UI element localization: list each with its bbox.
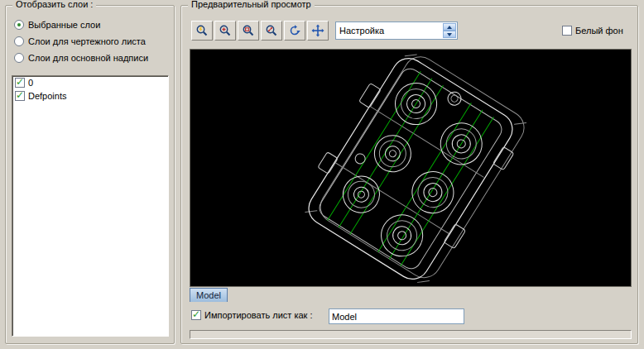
rotate-view-button[interactable] <box>284 21 305 41</box>
preview-group: Предварительный просмотр <box>180 5 638 344</box>
zoom-window-button[interactable] <box>238 21 259 41</box>
zoom-extents-button[interactable] <box>261 21 282 41</box>
import-dialog: { "left_panel": { "title": "Отобразить с… <box>0 0 644 349</box>
white-background-checkbox[interactable] <box>562 26 572 36</box>
zoom-dynamic-icon <box>195 24 209 37</box>
white-background-option[interactable]: Белый фон <box>562 26 623 36</box>
import-sheet-as-label: Импортировать лист как : <box>204 310 313 320</box>
progress-bar <box>190 330 632 339</box>
import-sheet-as-option[interactable]: Импортировать лист как : <box>191 310 313 320</box>
tab-model-label: Model <box>196 290 221 300</box>
rotate-icon <box>288 24 301 37</box>
radio-drawing-sheet-layers-label: Слои для чертежного листа <box>28 36 146 46</box>
radio-title-block-layers-circle[interactable] <box>14 53 24 63</box>
radio-drawing-sheet-layers[interactable]: Слои для чертежного листа <box>14 36 146 47</box>
sheet-name-input[interactable] <box>329 308 464 324</box>
preview-canvas[interactable] <box>190 49 632 287</box>
zoom-extents-icon <box>265 24 278 37</box>
zoom-in-icon <box>219 24 232 37</box>
spinner-up-button[interactable] <box>443 23 456 31</box>
preview-wireframe <box>190 50 631 286</box>
pan-icon <box>311 24 324 37</box>
view-settings-combo[interactable]: Настройка <box>335 22 458 40</box>
radio-drawing-sheet-layers-circle[interactable] <box>14 36 24 46</box>
preview-toolbar <box>191 21 329 41</box>
layer-defpoints-checkbox[interactable] <box>15 91 25 101</box>
preview-group-title: Предварительный просмотр <box>188 0 315 9</box>
tab-model[interactable]: Model <box>190 288 228 302</box>
radio-title-block-layers[interactable]: Слои для основной надписи <box>14 52 148 64</box>
layer-0-label: 0 <box>28 78 33 88</box>
pan-view-button[interactable] <box>307 21 329 41</box>
view-settings-combo-spinner[interactable] <box>443 23 456 38</box>
white-background-label: Белый фон <box>575 26 623 36</box>
zoom-in-button[interactable] <box>214 21 236 41</box>
zoom-dynamic-button[interactable] <box>191 21 213 41</box>
layer-0-checkbox[interactable] <box>15 78 25 88</box>
layer-list[interactable]: 0 Defpoints <box>12 75 169 337</box>
radio-title-block-layers-label: Слои для основной надписи <box>28 53 148 63</box>
radio-selected-layers-circle[interactable] <box>14 20 24 30</box>
layer-defpoints-label: Defpoints <box>28 91 66 101</box>
layer-list-item-1[interactable]: Defpoints <box>12 89 168 103</box>
import-sheet-as-checkbox[interactable] <box>191 310 201 320</box>
display-layers-group-title: Отобразить слои : <box>12 0 96 9</box>
zoom-window-icon <box>242 24 255 37</box>
chevron-up-icon <box>447 26 452 29</box>
radio-selected-layers-label: Выбранные слои <box>28 20 100 30</box>
display-layers-group: Отобразить слои : Выбранные слои Слои дл… <box>5 5 175 344</box>
radio-selected-layers[interactable]: Выбранные слои <box>14 19 100 31</box>
layer-list-item-0[interactable]: 0 <box>12 76 168 89</box>
chevron-down-icon <box>447 33 452 36</box>
spinner-down-button[interactable] <box>443 31 456 38</box>
view-settings-combo-value: Настройка <box>339 26 384 36</box>
